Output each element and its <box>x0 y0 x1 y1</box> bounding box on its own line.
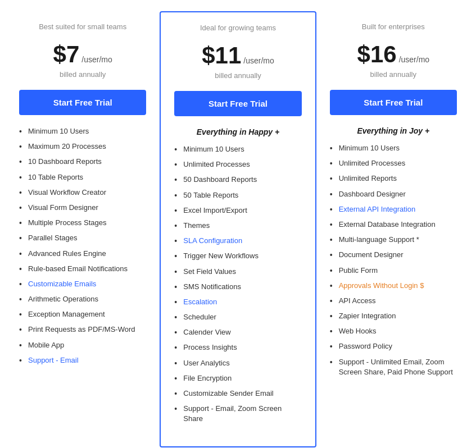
feature-item: User Analytics <box>174 358 301 368</box>
billing-note: billed annually <box>330 70 457 79</box>
card-subtitle: Best suited for small teams <box>19 22 146 31</box>
feature-item: Unlimited Processes <box>174 159 301 170</box>
feature-item: External API Integration <box>330 204 457 214</box>
price-period: /user/mo <box>243 56 274 65</box>
feature-item: 10 Table Reports <box>19 172 146 182</box>
card-subtitle: Built for enterprises <box>330 22 457 31</box>
feature-list: Minimum 10 UsersUnlimited ProcessesUnlim… <box>330 143 457 377</box>
feature-item: Trigger New Workflows <box>174 251 301 261</box>
feature-item: Excel Import/Export <box>174 205 301 216</box>
billing-note: billed annually <box>19 70 146 79</box>
feature-item: Print Requests as PDF/MS-Word <box>19 324 146 335</box>
feature-item: Advanced Rules Engine <box>19 249 146 259</box>
feature-item: Exception Management <box>19 309 146 319</box>
price-amount: $7 <box>53 41 80 68</box>
everything-note: Everything in Happy + <box>174 127 301 136</box>
feature-item: Multiple Process Stages <box>19 218 146 228</box>
price-amount: $11 <box>202 42 241 69</box>
feature-item: Minimum 10 Users <box>19 126 146 136</box>
feature-item: Maximum 20 Processes <box>19 141 146 152</box>
card-subtitle: Ideal for growing teams <box>174 24 301 32</box>
feature-item: External Database Integration <box>330 220 457 230</box>
feature-item: SMS Notifications <box>174 282 301 292</box>
trial-button[interactable]: Start Free Trial <box>174 91 301 116</box>
feature-item: 10 Dashboard Reports <box>19 157 146 167</box>
feature-item: Minimum 10 Users <box>330 143 457 153</box>
trial-button[interactable]: Start Free Trial <box>19 90 146 115</box>
feature-item: Arithmetic Operations <box>19 294 146 304</box>
price-amount: $16 <box>357 41 397 68</box>
feature-item: Zapier Integration <box>330 311 457 321</box>
feature-item: Multi-language Support * <box>330 235 457 245</box>
feature-item: Support - Email, Zoom Screen Share <box>174 404 301 424</box>
feature-item: Minimum 10 Users <box>174 144 301 154</box>
feature-item: Web Hooks <box>330 326 457 336</box>
feature-item: Visual Form Designer <box>19 203 146 213</box>
feature-item: Customizable Emails <box>19 279 146 289</box>
trial-button[interactable]: Start Free Trial <box>330 90 457 115</box>
feature-item: Support - Email <box>19 355 146 365</box>
feature-item: Approvals Without Login $ <box>330 281 457 291</box>
feature-item: Visual Workflow Creator <box>19 188 146 198</box>
billing-note: billed annually <box>174 71 301 80</box>
feature-item: Escalation <box>174 297 301 307</box>
feature-item: Unlimited Processes <box>330 158 457 168</box>
feature-item: 50 Dashboard Reports <box>174 175 301 185</box>
feature-item: Document Designer <box>330 250 457 260</box>
feature-item: Support - Unlimited Email, Zoom Screen S… <box>330 357 457 377</box>
pricing-card-enterprise: Built for enterprises $16 /user/mo bille… <box>316 11 470 447</box>
feature-item: SLA Configuration <box>174 236 301 246</box>
feature-item: Unlimited Reports <box>330 173 457 184</box>
feature-item: Customizable Sender Email <box>174 388 301 399</box>
feature-item: Calender View <box>174 327 301 337</box>
pricing-card-happy: Best suited for small teams $7 /user/mo … <box>6 11 160 447</box>
feature-list: Minimum 10 UsersUnlimited Processes50 Da… <box>174 144 301 424</box>
feature-item: Mobile App <box>19 340 146 350</box>
feature-item: Themes <box>174 221 301 231</box>
price-row: $7 /user/mo <box>19 41 146 68</box>
feature-item: Process Insights <box>174 342 301 353</box>
price-period: /user/mo <box>399 55 429 64</box>
feature-item: API Access <box>330 296 457 306</box>
price-row: $11 /user/mo <box>174 42 301 69</box>
feature-item: File Encryption <box>174 373 301 383</box>
feature-item: 50 Table Reports <box>174 190 301 200</box>
price-period: /user/mo <box>81 55 112 64</box>
pricing-card-joy: Ideal for growing teams $11 /user/mo bil… <box>160 11 316 447</box>
feature-item: Public Form <box>330 266 457 276</box>
feature-list: Minimum 10 UsersMaximum 20 Processes10 D… <box>19 126 146 365</box>
price-row: $16 /user/mo <box>330 41 457 68</box>
feature-item: Scheduler <box>174 312 301 322</box>
feature-item: Parallel Stages <box>19 233 146 243</box>
pricing-table: Best suited for small teams $7 /user/mo … <box>6 11 470 447</box>
feature-item: Set Field Values <box>174 267 301 277</box>
feature-item: Rule-based Email Notifications <box>19 264 146 274</box>
everything-note: Everything in Joy + <box>330 126 457 135</box>
feature-item: Password Policy <box>330 341 457 351</box>
feature-item: Dashboard Designer <box>330 189 457 199</box>
